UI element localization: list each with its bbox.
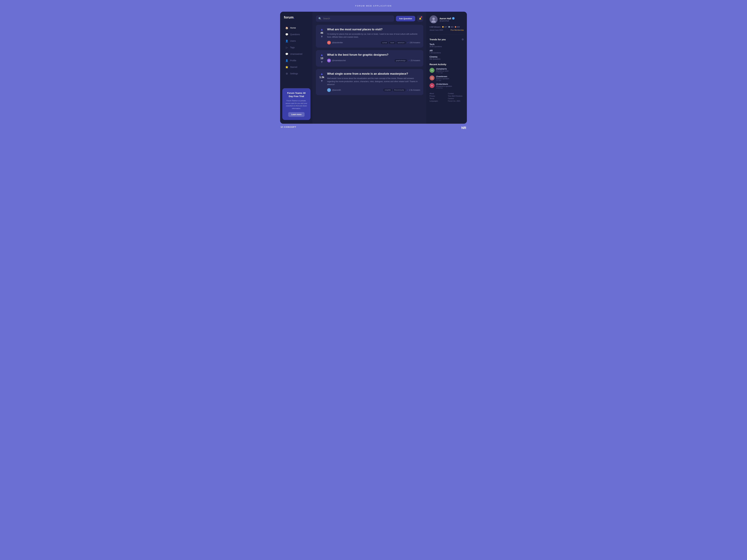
activity-info-2: @robertdavis Answered a question yesterd…: [436, 83, 464, 89]
plus-badge: Plus Membership: [450, 29, 464, 31]
trend-count-2: 65k Questions: [430, 58, 464, 60]
silver-badge: 363: [448, 26, 453, 28]
downvote-button-2[interactable]: ▼: [320, 60, 324, 63]
activity-item-0: A @amyharris Marked as solve 1 min ago: [430, 68, 464, 74]
sidebar-item-tags[interactable]: ▷ Tags: [282, 44, 311, 51]
author-avatar-3: I: [327, 88, 331, 92]
profile-stats: 4.6M followers 227 363 409: [430, 26, 464, 28]
sidebar-item-questions[interactable]: 💬 Questions: [282, 31, 311, 37]
upvote-button-3[interactable]: ▲: [320, 72, 324, 75]
author-name-2: @marieblanchet: [332, 59, 346, 61]
activity-time-1: 3m ago: [436, 79, 464, 81]
ask-question-button[interactable]: Ask Question: [396, 16, 415, 21]
footer-contact[interactable]: Contact: [448, 92, 464, 95]
page-title: FORUM WEB APPLICATION: [355, 5, 392, 7]
author-name-3: @iansmith: [332, 89, 341, 91]
question-meta-2: M @marieblanchet: [327, 59, 346, 62]
profile-handle: @aaronhall: [439, 20, 464, 22]
svg-point-0: [432, 18, 435, 20]
activity-user-0: @amyharris: [436, 68, 464, 70]
verified-icon: ✓: [452, 17, 455, 20]
footer-careers[interactable]: Careers: [448, 98, 464, 99]
downvote-button-3[interactable]: ▼: [320, 79, 324, 82]
check-icon-2: ✓: [408, 59, 410, 61]
trend-count-0: 20.8k Questions: [430, 46, 464, 48]
sidebar-item-starred[interactable]: ⭐ Starred: [282, 64, 311, 70]
answers-count-2: ✓ 25 Answers: [408, 59, 420, 61]
tag-graphicdesign[interactable]: graphicdesign: [395, 59, 407, 62]
settings-icon: ⚙: [285, 72, 288, 75]
question-title-3[interactable]: What single scene from a movie is an abs…: [327, 72, 420, 76]
vote-count-1: 46: [320, 32, 323, 34]
answers-count-1: ✓ 156 Answers: [407, 42, 420, 44]
activity-item-2: R @robertdavis Answered a question yeste…: [430, 83, 464, 89]
question-tags-1: surreal travel adventure: [381, 42, 406, 44]
sidebar-item-settings[interactable]: ⚙ Settings: [282, 71, 311, 77]
upvote-button-1[interactable]: ▲: [320, 28, 324, 31]
promo-title: Forum Teams 30 Day Free Trial: [285, 91, 307, 98]
question-body-3: Well would I love to know about the visu…: [327, 77, 420, 86]
search-bar[interactable]: 🔍: [316, 16, 394, 22]
home-icon: 🏠: [285, 26, 288, 29]
app-window: forum. 🏠 Home 💬 Questions 👤 Users ▷ Tags…: [280, 12, 467, 124]
sidebar-item-profile[interactable]: 👤 Profile: [282, 57, 311, 63]
trends-settings-button[interactable]: ⚙: [462, 38, 464, 41]
tag-filmcommunity[interactable]: filmcommunity: [393, 89, 405, 91]
gold-badge: 227: [442, 26, 447, 28]
question-footer-3: I @iansmith cinephile filmcommunity ✓ 2.…: [327, 88, 420, 92]
activity-avatar-2: R: [430, 83, 435, 88]
question-content-2: What is the best forum for graphic desig…: [327, 53, 420, 63]
vote-column-1: ▲ 46 ▼: [319, 28, 325, 45]
question-title-1[interactable]: What are the most surreal places to visi…: [327, 28, 420, 31]
activity-avatar-1: S: [430, 76, 435, 80]
trend-item-0: Tech 20.8k Questions: [430, 43, 464, 48]
learn-more-button[interactable]: Learn more: [288, 112, 305, 117]
followers-count: 4.6M followers: [430, 26, 441, 28]
gold-dot: [442, 26, 444, 28]
vote-count-3: 1.3k: [319, 76, 324, 79]
footer-about[interactable]: About: [430, 92, 445, 95]
activity-info-0: @amyharris Marked as solve 1 min ago: [436, 68, 464, 74]
author-avatar-2: M: [327, 59, 331, 62]
footer-add-choices[interactable]: Your Add Chooices: [448, 95, 464, 97]
ui-concept-label: UI CONCEPT: [281, 126, 296, 130]
question-card-3: ▲ 1.3k ▼ What single scene from a movie …: [316, 69, 423, 95]
activity-info-1: @sambrown Asked a question 3m ago: [436, 76, 464, 81]
activity-item-1: S @sambrown Asked a question 3m ago: [430, 76, 464, 81]
upvote-button-2[interactable]: ▲: [320, 53, 324, 56]
notifications-button[interactable]: 🔔: [417, 16, 423, 22]
activity-time-2: yesterday: [436, 87, 464, 89]
trend-name-0[interactable]: Tech: [430, 43, 464, 46]
activity-avatar-0: A: [430, 68, 435, 73]
trend-item-1: AR 1.3k Questions: [430, 49, 464, 54]
vote-column-3: ▲ 1.3k ▼: [319, 72, 325, 92]
sidebar-item-unanswered[interactable]: 💬 Unanswered: [282, 51, 311, 57]
tag-travel[interactable]: travel: [389, 42, 395, 44]
question-footer-1: D @davidmiller surreal travel adventure …: [327, 41, 420, 45]
tag-surreal[interactable]: surreal: [381, 42, 388, 44]
trends-section: Trends for you ⚙ Tech 20.8k Questions AR…: [430, 38, 464, 60]
main-header: 🔍 Ask Question 🔔: [316, 16, 423, 22]
promo-desc: Forum Teams is a private, secure spot fo…: [285, 99, 307, 110]
footer-privacy[interactable]: Privacy: [430, 95, 445, 97]
avatar: [430, 16, 438, 24]
badge-dots: 227 363 409: [442, 26, 460, 28]
question-title-2[interactable]: What is the best forum for graphic desig…: [327, 53, 420, 56]
trend-name-1[interactable]: AR: [430, 49, 464, 52]
downvote-button-1[interactable]: ▼: [320, 35, 324, 38]
check-icon-1: ✓: [407, 42, 409, 44]
trend-name-2[interactable]: Cinema: [430, 56, 464, 58]
trends-header: Trends for you ⚙: [430, 38, 464, 41]
activity-time-0: 1 min ago: [436, 72, 464, 74]
question-body-1: I'm looking for places that are accessib…: [327, 33, 420, 38]
sidebar-item-home[interactable]: 🏠 Home: [282, 25, 311, 31]
profile-info: Aaron Hall ✓ @aaronhall: [439, 17, 464, 22]
search-input[interactable]: [323, 17, 391, 20]
tag-cinephile[interactable]: cinephile: [383, 89, 392, 91]
tag-adventure[interactable]: adventure: [396, 42, 406, 44]
profile-icon: 👤: [285, 59, 288, 62]
activity-user-1: @sambrown: [436, 76, 464, 78]
footer-languages[interactable]: Languages: [430, 100, 445, 102]
sidebar-item-users[interactable]: 👤 Users: [282, 38, 311, 44]
footer-terms[interactable]: Terms: [430, 98, 445, 99]
